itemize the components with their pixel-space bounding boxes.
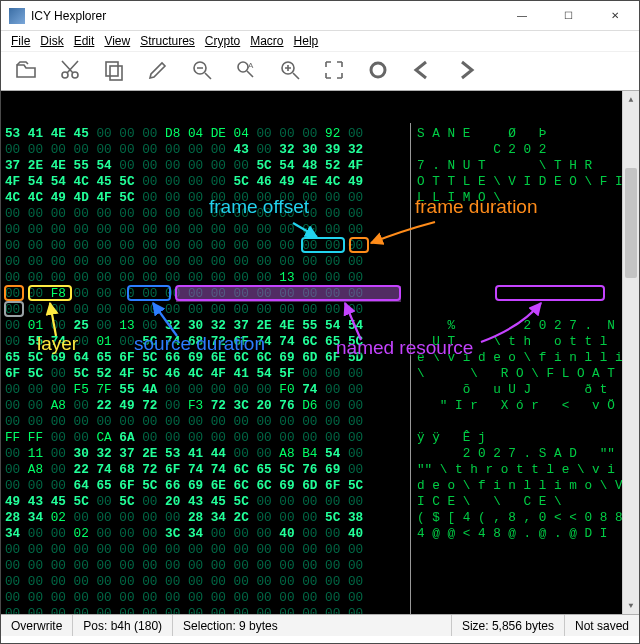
svg-point-8 bbox=[371, 63, 385, 77]
zoom-out-icon[interactable] bbox=[185, 56, 219, 84]
scroll-thumb[interactable] bbox=[625, 168, 637, 278]
menu-help[interactable]: Help bbox=[290, 33, 323, 49]
scroll-down-icon[interactable]: ▼ bbox=[623, 597, 639, 614]
status-selection: Selection: 9 bytes bbox=[173, 615, 452, 636]
svg-point-5 bbox=[238, 62, 248, 72]
statusbar: Overwrite Pos: b4h (180) Selection: 9 by… bbox=[1, 614, 639, 636]
svg-rect-3 bbox=[110, 66, 122, 80]
menu-structures[interactable]: Structures bbox=[136, 33, 199, 49]
scroll-track[interactable] bbox=[623, 108, 639, 597]
svg-text:A: A bbox=[248, 61, 254, 70]
status-saved: Not saved bbox=[565, 615, 639, 636]
ascii-column[interactable]: S A N E Ø Þ C 2 0 2 7 . N U T \ T H R O … bbox=[411, 123, 639, 614]
find-text-icon[interactable]: A bbox=[229, 56, 263, 84]
maximize-button[interactable]: ☐ bbox=[545, 1, 591, 31]
zoom-in-icon[interactable] bbox=[273, 56, 307, 84]
cut-icon[interactable] bbox=[53, 56, 87, 84]
menubar: File Disk Edit View Structures Crypto Ma… bbox=[1, 31, 639, 51]
hex-view[interactable]: 53 41 4E 45 00 00 00 D8 04 DE 04 00 00 0… bbox=[1, 91, 639, 614]
svg-rect-2 bbox=[106, 62, 118, 76]
titlebar: ICY Hexplorer — ☐ ✕ bbox=[1, 1, 639, 31]
hex-bytes-column[interactable]: 53 41 4E 45 00 00 00 D8 04 DE 04 00 00 0… bbox=[1, 123, 411, 614]
fit-icon[interactable] bbox=[317, 56, 351, 84]
menu-disk[interactable]: Disk bbox=[36, 33, 67, 49]
scroll-up-icon[interactable]: ▲ bbox=[623, 91, 639, 108]
menu-macro[interactable]: Macro bbox=[246, 33, 287, 49]
toolbar: A bbox=[1, 51, 639, 91]
forward-icon[interactable] bbox=[449, 56, 483, 84]
status-mode: Overwrite bbox=[1, 615, 73, 636]
open-icon[interactable] bbox=[9, 56, 43, 84]
menu-file[interactable]: File bbox=[7, 33, 34, 49]
edit-icon[interactable] bbox=[141, 56, 175, 84]
status-size: Size: 5,856 bytes bbox=[452, 615, 565, 636]
window-title: ICY Hexplorer bbox=[31, 9, 499, 23]
close-button[interactable]: ✕ bbox=[591, 1, 639, 31]
minimize-button[interactable]: — bbox=[499, 1, 545, 31]
copy-icon[interactable] bbox=[97, 56, 131, 84]
status-pos: Pos: b4h (180) bbox=[73, 615, 173, 636]
app-icon bbox=[9, 8, 25, 24]
menu-view[interactable]: View bbox=[100, 33, 134, 49]
menu-edit[interactable]: Edit bbox=[70, 33, 99, 49]
vertical-scrollbar[interactable]: ▲ ▼ bbox=[622, 91, 639, 614]
back-icon[interactable] bbox=[405, 56, 439, 84]
blob-icon[interactable] bbox=[361, 56, 395, 84]
menu-crypto[interactable]: Crypto bbox=[201, 33, 244, 49]
